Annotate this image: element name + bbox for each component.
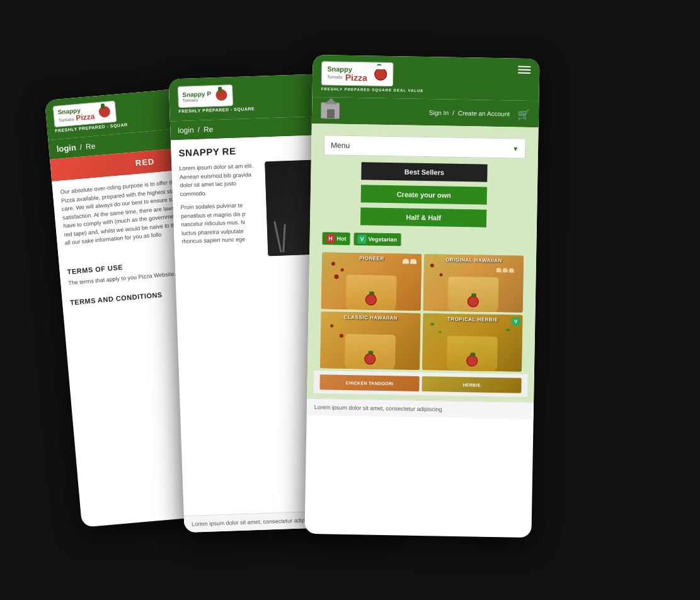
strip-chicken[interactable]: CHICKEN TANDOORI	[319, 374, 419, 391]
hot-label: Hot	[336, 236, 346, 242]
menu-arrow: ▼	[512, 145, 519, 152]
middle-nav-login[interactable]: login	[178, 125, 194, 135]
hot-letter: H	[326, 234, 335, 243]
veg-label: Vegetarian	[368, 236, 397, 243]
right-cart-icon[interactable]: 🛒	[517, 108, 530, 120]
right-logo-pizza: Pizza	[345, 72, 367, 82]
pizza-pioneer[interactable]: PIONEER	[321, 252, 422, 311]
right-nav-divider: /	[452, 109, 454, 116]
veg-letter: V	[357, 234, 366, 243]
left-nav-register[interactable]: Re	[85, 141, 96, 151]
left-nav-login[interactable]: login	[56, 142, 76, 154]
strip-herbie[interactable]: HERBIE	[422, 376, 521, 393]
strip-chicken-label: CHICKEN TANDOORI	[346, 380, 394, 385]
best-sellers-button[interactable]: Best Sellers	[361, 162, 487, 182]
half-half-button[interactable]: Half & Half	[360, 207, 486, 227]
create-your-own-button[interactable]: Create your own	[361, 185, 487, 204]
right-logo-tomato: Tomato	[327, 74, 343, 79]
strip-herbie-label: HERBIE	[462, 383, 480, 387]
right-logo-area: Snappy Tomato Pizza	[321, 61, 531, 89]
left-logo-pizza: Pizza	[76, 113, 95, 122]
right-create-account[interactable]: Create an Account	[458, 109, 510, 117]
pizza-grid: PIONEER	[314, 250, 530, 374]
bottom-pizza-strip: CHICKEN TANDOORI HERBIE	[313, 371, 528, 397]
middle-logo-box: Snappy P Tomato	[178, 84, 233, 108]
menu-label: Menu	[331, 141, 350, 150]
middle-nav-register[interactable]: Re	[204, 125, 214, 134]
right-tooltip: Lorem ipsum dolor sit amet, consectetur …	[307, 398, 534, 419]
pizza-classic[interactable]: CLASSIC HAWAIIAN	[320, 311, 421, 370]
hot-filter[interactable]: H Hot	[322, 232, 350, 245]
veg-filter[interactable]: V Vegetarian	[353, 233, 401, 246]
pizza-tropical[interactable]: V TROPICAL HERBIE	[422, 313, 523, 372]
left-nav-divider: /	[79, 142, 83, 151]
right-sign-in[interactable]: Sign In	[429, 109, 449, 117]
scene: Snappy Tomato Pizza FRESHLY PREPARED -	[0, 0, 700, 600]
right-header: Snappy Tomato Pizza	[312, 55, 539, 101]
pizza-hawaiian[interactable]: ORIGINAL HAWAIIAN	[423, 254, 524, 313]
right-signin-bar: Sign In / Create an Account 🛒	[312, 97, 539, 127]
right-logo-snappy: Snappy	[327, 66, 352, 73]
right-content-area: Menu ▼ Best Sellers Create your own Half…	[307, 124, 539, 402]
phone-right: Snappy Tomato Pizza	[304, 55, 539, 538]
right-hamburger[interactable]	[518, 66, 531, 74]
filter-row: H Hot V Vegetarian	[316, 229, 530, 251]
right-menu-dropdown[interactable]: Menu ▼	[324, 135, 526, 159]
middle-nav-divider: /	[197, 125, 200, 134]
middle-logo-tomato: Tomato	[183, 98, 198, 103]
left-logo-box: Snappy Tomato Pizza	[53, 101, 117, 127]
left-logo-tomato: Tomato	[58, 117, 74, 122]
right-logo-box: Snappy Tomato Pizza	[321, 61, 393, 86]
